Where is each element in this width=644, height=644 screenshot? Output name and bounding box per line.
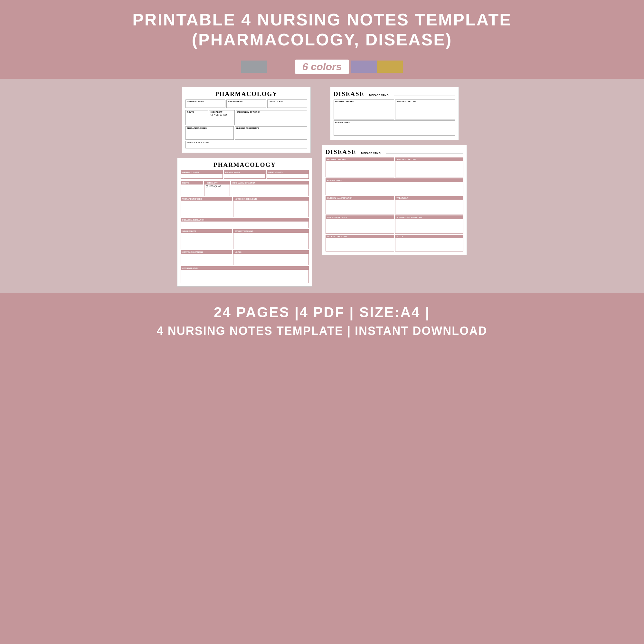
page-header: PRINTABLE 4 NURSING NOTES TEMPLATE (PHAR… bbox=[0, 0, 644, 56]
pharm-title-2: PHARMACOLOGY bbox=[181, 161, 309, 168]
main-title: PRINTABLE 4 NURSING NOTES TEMPLATE (PHAR… bbox=[6, 10, 638, 50]
dosage-field-simple: DOSAGE & INDICATION bbox=[185, 141, 307, 148]
nursing-assess-field: NURSING ASSESMENTS bbox=[235, 126, 307, 140]
patho-field-simple: PATHOPHYSIOLOGY bbox=[334, 99, 394, 119]
pharm2-brand: BRAND NAME bbox=[224, 170, 266, 179]
swatch-mauve bbox=[267, 61, 293, 73]
no-label: NO bbox=[223, 114, 227, 116]
pharm2-row5: CONTRAINDICATIONS NOTES bbox=[181, 250, 309, 265]
therapeutic-field: THERAPEUTIC USES bbox=[185, 126, 234, 140]
pharm-row3: THERAPEUTIC USES NURSING ASSESMENTS bbox=[185, 126, 307, 140]
yes-label: YES bbox=[214, 114, 219, 116]
pharm2-high-alert: HIGH ALERT YES NO bbox=[204, 181, 230, 196]
pharm-title-1: PHARMACOLOGY bbox=[185, 90, 307, 98]
pharm2-row2: ROUTE HIGH ALERT YES NO MECHANISM OF ACT… bbox=[181, 181, 309, 196]
disease2-row4: PATIENT EDUCATION NOTES bbox=[326, 235, 463, 251]
pharm-row2: ROUTE HIGH ALERT YES NO MECHANISM OF ACT… bbox=[185, 110, 307, 125]
notes-field-disease: NOTES bbox=[395, 235, 464, 251]
patho-field-full: PATHOPHYSIOLOGY bbox=[326, 157, 394, 177]
pharm2-consideration: CONSIDERATION bbox=[181, 266, 309, 283]
high-alert-field: HIGH ALERT YES NO bbox=[209, 110, 235, 125]
pharm2-route: ROUTE bbox=[181, 181, 203, 196]
pharm2-mechanism: MECHANISM OF ACTION bbox=[231, 181, 309, 196]
disease2-row2: CLINICAL MANIFESTATION TREATMENT bbox=[326, 196, 463, 214]
pharm2-row1: GENERIC NAME BRAND NAME DRUG CLASS bbox=[181, 170, 309, 179]
disease-title-2: DISEASE bbox=[326, 148, 356, 156]
main-content: PHARMACOLOGY GENERIC NAME BRAND NAME DRU… bbox=[0, 79, 644, 293]
disease-card-simple: DISEASE DISEASE NAME: PATHOPHYSIOLOGY SI… bbox=[330, 87, 459, 140]
disease2-row3: LAB & DIAGNOSTICS NURSING CONSIDERATION bbox=[326, 215, 463, 234]
right-column: DISEASE DISEASE NAME: PATHOPHYSIOLOGY SI… bbox=[322, 87, 467, 287]
disease-name-label-2: DISEASE NAME: bbox=[361, 152, 381, 154]
pharm-card-full: PHARMACOLOGY GENERIC NAME BRAND NAME DRU… bbox=[177, 158, 312, 287]
pharm2-dosage: DOSAGE & INDICATION bbox=[181, 218, 309, 228]
pharm-row1: GENERIC NAME BRAND NAME DRUG CLASS bbox=[185, 99, 307, 108]
risk-field-simple: RISK FACTORS bbox=[334, 120, 455, 136]
pharm2-drug: DRUG CLASS bbox=[267, 170, 309, 179]
footer-line2: 4 NURSING NOTES TEMPLATE | INSTANT DOWNL… bbox=[6, 324, 638, 338]
pharm2-therapeutic: THERAPEUTIC USES bbox=[181, 197, 232, 217]
signs-field-simple: SIGNS & SYMPTOMS bbox=[395, 99, 456, 119]
disease2-row1: PATHOPHYSIOLOGY SIGNS & SYMPTOMS bbox=[326, 157, 463, 177]
footer-line1: 24 PAGES |4 PDF | SIZE:A4 | bbox=[6, 304, 638, 320]
disease-title-1: DISEASE bbox=[334, 90, 364, 98]
signs-field-full: SIGNS & SYMPTOMS bbox=[395, 157, 464, 177]
pharm2-notes: NOTES bbox=[233, 250, 309, 265]
clinical-field: CLINICAL MANIFESTATION bbox=[326, 196, 394, 214]
generic-name-field: GENERIC NAME bbox=[185, 99, 225, 108]
disease-card-full: DISEASE DISEASE NAME: PATHOPHYSIOLOGY SI… bbox=[322, 145, 467, 255]
lab-field: LAB & DIAGNOSTICS bbox=[326, 215, 394, 234]
page-footer: 24 PAGES |4 PDF | SIZE:A4 | 4 NURSING NO… bbox=[0, 293, 644, 349]
disease-name-label-1: DISEASE NAME: bbox=[369, 94, 389, 96]
nursing-consider-field: NURSING CONSIDERATION bbox=[395, 215, 464, 234]
disease-title-row-1: DISEASE DISEASE NAME: bbox=[334, 90, 455, 98]
pharm2-row3: THERAPEUTIC USES NURSING ASSESMENTS bbox=[181, 197, 309, 217]
colors-label-box: 6 colors bbox=[295, 60, 349, 74]
left-column: PHARMACOLOGY GENERIC NAME BRAND NAME DRU… bbox=[177, 87, 316, 287]
pharm2-row4: SIDE EFFECTS PATIENT TEACHING bbox=[181, 229, 309, 249]
pharm-card-simple: PHARMACOLOGY GENERIC NAME BRAND NAME DRU… bbox=[182, 87, 311, 153]
swatch-gray bbox=[241, 61, 267, 73]
treatment-field: TREATMENT bbox=[395, 196, 464, 214]
pharm2-contraindications: CONTRAINDICATIONS bbox=[181, 250, 232, 265]
disease-title-row-2: DISEASE DISEASE NAME: bbox=[326, 148, 463, 156]
pharm2-nursing-assess: NURSING ASSESMENTS bbox=[233, 197, 309, 217]
colors-label: 6 colors bbox=[302, 61, 342, 72]
patient-edu-field: PATIENT EDUCATION bbox=[326, 235, 394, 251]
swatch-purple bbox=[351, 61, 377, 73]
brand-name-field: BRAND NAME bbox=[226, 99, 266, 108]
risk-field-full: RISK FACTORS bbox=[326, 178, 463, 195]
swatch-gold bbox=[377, 61, 403, 73]
mechanism-field: MECHANISM OF ACTION bbox=[236, 110, 307, 125]
swatches-row: 6 colors bbox=[0, 56, 644, 79]
disease-row1: PATHOPHYSIOLOGY SIGNS & SYMPTOMS bbox=[334, 99, 455, 119]
pharm2-generic: GENERIC NAME bbox=[181, 170, 223, 179]
pharm2-side-effects: SIDE EFFECTS bbox=[181, 229, 232, 249]
pharm2-patient-teaching: PATIENT TEACHING bbox=[233, 229, 309, 249]
route-field: ROUTE bbox=[185, 110, 208, 125]
drug-class-field: DRUG CLASS bbox=[267, 99, 307, 108]
